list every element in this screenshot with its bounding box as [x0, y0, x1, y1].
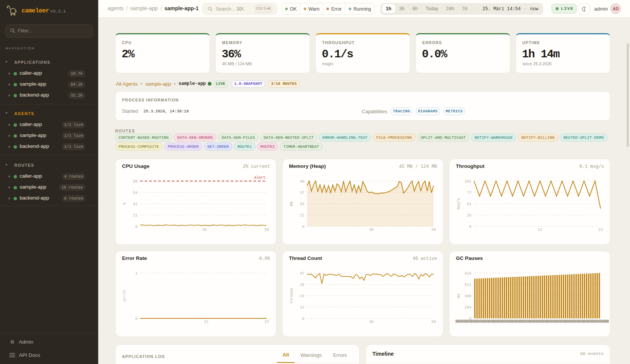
svg-text:35: 35: [300, 283, 304, 287]
svg-text:204: 204: [465, 306, 471, 310]
svg-text:408: 408: [465, 294, 471, 298]
svg-text:12: 12: [300, 213, 304, 218]
svg-text:12: 12: [204, 320, 208, 324]
svg-text:12: 12: [538, 228, 542, 232]
svg-text:1: 1: [135, 272, 137, 276]
svg-text:threads: threads: [290, 288, 294, 304]
svg-text:30: 30: [369, 320, 374, 324]
svg-text:37: 37: [300, 191, 304, 195]
svg-text:Alert: Alert: [254, 176, 266, 180]
svg-text:21: 21: [133, 213, 137, 218]
svg-text:24: 24: [300, 294, 304, 298]
svg-text:MB: MB: [290, 201, 294, 206]
svg-text:err/h: err/h: [123, 290, 127, 301]
svg-text:23: 23: [598, 228, 603, 232]
svg-text:64: 64: [133, 191, 137, 195]
svg-text:ms: ms: [457, 293, 461, 298]
svg-text:815: 815: [465, 272, 471, 276]
svg-text:85: 85: [133, 180, 137, 184]
svg-text:0: 0: [302, 317, 304, 321]
svg-text:%: %: [123, 203, 127, 205]
svg-text:25: 25: [300, 202, 304, 206]
svg-text:77: 77: [467, 191, 471, 195]
svg-text:51: 51: [467, 202, 471, 206]
svg-text:12: 12: [300, 306, 304, 310]
svg-text:0: 0: [135, 225, 137, 229]
svg-text:0: 0: [469, 225, 471, 229]
svg-text:0: 0: [135, 317, 137, 321]
svg-text:30: 30: [369, 228, 374, 232]
svg-text:0: 0: [302, 225, 304, 229]
svg-text:59: 59: [264, 228, 269, 232]
svg-text:47: 47: [300, 272, 304, 276]
svg-text:611: 611: [465, 283, 471, 287]
svg-text:59: 59: [431, 228, 436, 232]
svg-text:59: 59: [431, 320, 436, 324]
svg-text:msg/s: msg/s: [457, 198, 461, 209]
svg-text:102: 102: [465, 180, 471, 184]
svg-text:2026-03-25T14:00 2026-03-25T14: 2026-03-25T14:00 2026-03-25T14:05 2026-0…: [456, 320, 609, 324]
svg-text:43: 43: [133, 202, 137, 206]
svg-text:49: 49: [300, 180, 304, 184]
svg-text:30: 30: [202, 228, 207, 232]
svg-text:26: 26: [467, 213, 471, 218]
svg-text:23: 23: [264, 320, 269, 324]
